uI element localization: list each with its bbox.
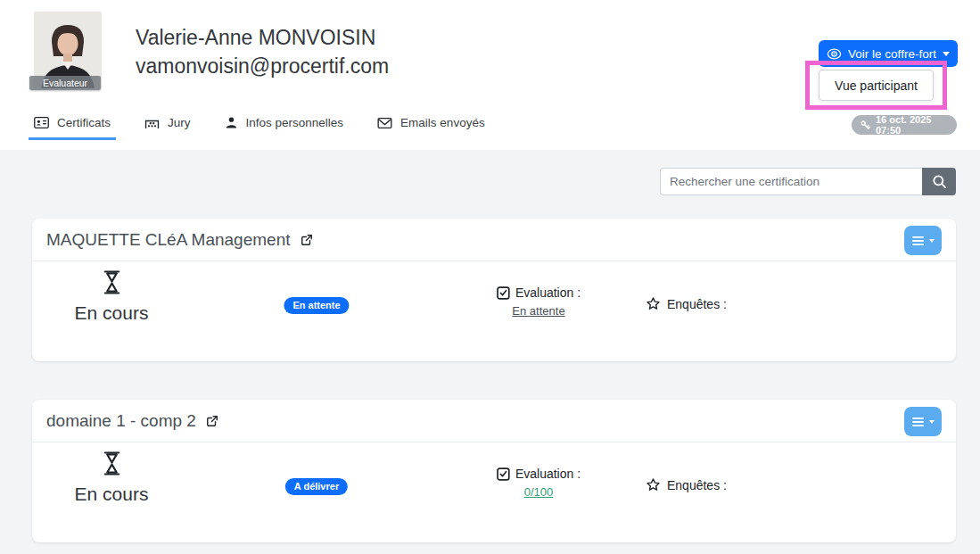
- key-icon: [860, 120, 871, 131]
- evaluation-label: Evaluation :: [515, 467, 581, 481]
- tab-emails-envoyes-label: Emails envoyés: [400, 116, 485, 129]
- person-icon: [225, 116, 238, 129]
- search-input[interactable]: [660, 168, 922, 195]
- session-timestamp-badge: 16 oct. 2025 07:50: [852, 115, 957, 135]
- certification-card: domaine 1 - comp 2: [32, 400, 956, 542]
- avatar: Evaluateur: [34, 12, 102, 88]
- vault-button-label: Voir le coffre-fort: [848, 47, 936, 61]
- status-badge: A délivrer: [285, 478, 348, 495]
- participant-view-label: Vue participant: [835, 79, 918, 93]
- star-icon: [646, 296, 661, 311]
- chevron-down-icon: [943, 52, 950, 56]
- jury-icon: [144, 116, 160, 129]
- participant-email: vamonvoisin@procertif.com: [136, 52, 389, 80]
- profile-tabs: Certificats Jury: [29, 116, 490, 140]
- participant-profile-screen: Evaluateur Valerie-Anne MONVOISIN vamonv…: [0, 0, 980, 554]
- status-block: En cours: [49, 269, 174, 324]
- surveys-label: Enquêtes :: [667, 478, 727, 492]
- tab-certificats[interactable]: Certificats: [29, 116, 116, 140]
- status-label: En cours: [49, 302, 174, 324]
- identity-block: Valerie-Anne MONVOISIN vamonvoisin@proce…: [136, 23, 389, 80]
- hourglass-icon: [101, 269, 123, 295]
- external-link-icon[interactable]: [301, 234, 313, 246]
- evaluation-block: Evaluation : 0/100: [497, 467, 581, 500]
- tab-emails-envoyes[interactable]: Emails envoyés: [372, 116, 490, 140]
- hamburger-menu-icon: [911, 417, 925, 427]
- envelope-icon: [377, 117, 392, 129]
- participant-view-menu-item[interactable]: Vue participant: [819, 70, 934, 101]
- tab-jury-label: Jury: [168, 116, 191, 129]
- certification-card-header: domaine 1 - comp 2: [32, 400, 956, 442]
- evaluation-score-link[interactable]: 0/100: [524, 485, 554, 499]
- chevron-down-icon: [929, 420, 935, 424]
- tab-infos-personnelles-label: Infos personnelles: [246, 116, 344, 129]
- surveys-label: Enquêtes :: [667, 297, 727, 311]
- checkbox-checked-icon: [497, 467, 510, 481]
- tab-jury[interactable]: Jury: [139, 116, 196, 140]
- surveys-block: Enquêtes :: [646, 477, 727, 492]
- certification-card-body: En cours En attente Evaluation : En atte…: [32, 261, 956, 360]
- chevron-down-icon: [929, 239, 935, 243]
- hourglass-icon: [101, 451, 123, 476]
- evaluation-status-link[interactable]: En attente: [512, 304, 564, 318]
- search-button[interactable]: [922, 168, 956, 195]
- card-actions-menu-button[interactable]: [904, 226, 942, 255]
- evaluation-block: Evaluation : En attente: [497, 285, 581, 318]
- status-block: En cours: [49, 451, 174, 505]
- participant-name: Valerie-Anne MONVOISIN: [136, 23, 389, 52]
- session-timestamp-text: 16 oct. 2025 07:50: [876, 114, 957, 136]
- external-link-icon[interactable]: [206, 415, 218, 427]
- certification-card-body: En cours A délivrer Evaluation : 0/100: [32, 442, 956, 542]
- evaluation-label-row: Evaluation :: [497, 467, 581, 481]
- star-icon: [646, 477, 661, 492]
- certification-title: domaine 1 - comp 2: [46, 411, 196, 431]
- surveys-block: Enquêtes :: [646, 296, 727, 311]
- certification-title: MAQUETTE CLéA Management: [46, 230, 291, 250]
- id-card-icon: [34, 116, 49, 129]
- evaluation-label: Evaluation :: [515, 285, 581, 300]
- certification-card: MAQUETTE CLéA Management: [32, 219, 956, 361]
- eye-icon: [827, 47, 842, 61]
- status-badge: En attente: [284, 297, 349, 314]
- hamburger-menu-icon: [911, 236, 925, 246]
- checkbox-checked-icon: [497, 286, 510, 300]
- card-actions-menu-button[interactable]: [904, 407, 942, 436]
- tab-certificats-label: Certificats: [57, 116, 111, 129]
- evaluation-label-row: Evaluation :: [497, 285, 581, 300]
- certification-card-header: MAQUETTE CLéA Management: [32, 219, 956, 261]
- search-icon: [932, 174, 947, 189]
- tab-infos-personnelles[interactable]: Infos personnelles: [219, 116, 350, 140]
- vault-button[interactable]: Voir le coffre-fort: [819, 40, 958, 67]
- role-badge: Evaluateur: [29, 76, 101, 90]
- status-label: En cours: [49, 484, 174, 505]
